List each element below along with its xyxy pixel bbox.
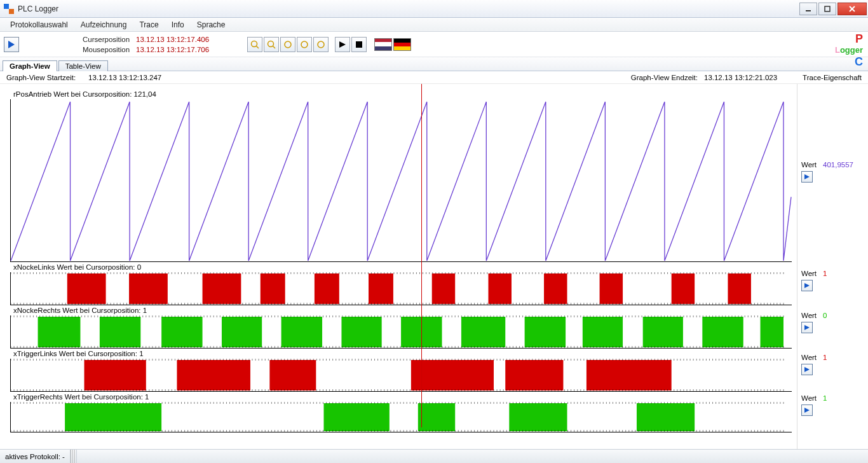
mouse-pos-label: Mouseposition	[83, 45, 136, 55]
plot-xTriggerRechts[interactable]: xTriggerRechts Wert bei Cursorposition: …	[10, 402, 792, 432]
view-tabs: Graph-View Table-View	[0, 57, 868, 71]
svg-rect-20	[432, 273, 455, 304]
flag-us-icon[interactable]	[374, 38, 392, 51]
plot-label-xNockeRechts: xNockeRechts Wert bei Cursorposition: 1	[13, 307, 147, 314]
svg-rect-1008	[587, 360, 672, 390]
flag-de-icon[interactable]	[393, 38, 411, 51]
side-play-button-xTriggerRechts[interactable]	[801, 404, 813, 416]
svg-rect-510	[161, 317, 202, 347]
zoom-out-button[interactable]	[264, 37, 279, 52]
svg-marker-1980	[804, 325, 810, 330]
status-grip	[71, 450, 77, 463]
side-wert-value-xTriggerRechts: 1	[823, 394, 827, 402]
svg-rect-19	[369, 273, 393, 304]
close-button[interactable]	[837, 3, 867, 15]
plot-xNockeLinks[interactable]: xNockeLinks Wert bei Cursorposition: 0	[10, 272, 792, 305]
menu-trace[interactable]: Trace	[133, 19, 165, 31]
tab-graph-view[interactable]: Graph-View	[3, 60, 57, 71]
run-button[interactable]	[4, 37, 19, 52]
svg-marker-1978	[804, 174, 810, 179]
svg-rect-1	[825, 6, 830, 11]
cursor-pos-value: 13.12.13 13:12:17.406	[136, 34, 209, 45]
side-slot-xTriggerLinks: Wert 1	[797, 343, 868, 385]
svg-rect-518	[643, 317, 683, 347]
svg-rect-1004	[177, 360, 250, 390]
menu-aufzeichnung[interactable]: Aufzeichnung	[74, 19, 133, 31]
svg-rect-512	[281, 317, 322, 347]
tab-table-view[interactable]: Table-View	[58, 60, 108, 71]
svg-rect-513	[341, 317, 381, 347]
svg-rect-1491	[65, 403, 161, 431]
zoom-in-button[interactable]	[247, 37, 262, 52]
menu-bar: Protokollauswahl Aufzeichnung Trace Info…	[0, 18, 868, 32]
svg-rect-514	[401, 317, 442, 347]
side-wert-label: Wert	[801, 270, 823, 277]
svg-rect-22	[544, 273, 567, 304]
plot-label-xNockeLinks: xNockeLinks Wert bei Cursorposition: 0	[13, 263, 141, 271]
side-wert-value-xTriggerLinks: 1	[823, 354, 827, 361]
toolbar: Curserposition13.12.13 13:12:17.406 Mous…	[0, 32, 868, 57]
svg-rect-15	[129, 273, 168, 304]
status-active-protocol: aktives Protokoll: -	[0, 450, 71, 463]
svg-point-11	[318, 41, 324, 48]
plot-xTriggerLinks[interactable]: xTriggerLinks Wert bei Cursorposition: 1	[10, 359, 792, 392]
minimize-button[interactable]	[799, 3, 817, 15]
start-time-label: Graph-View Startzeit:	[6, 74, 76, 81]
plot-xNockeRechts[interactable]: xNockeRechts Wert bei Cursorposition: 1	[10, 315, 792, 349]
end-time-label: Graph-View Endzeit:	[631, 74, 698, 81]
menu-protokollauswahl[interactable]: Protokollauswahl	[4, 19, 74, 31]
svg-rect-1492	[323, 403, 389, 431]
side-play-button-rPosAntrieb[interactable]	[801, 171, 813, 183]
svg-rect-17	[261, 273, 285, 304]
side-play-button-xTriggerLinks[interactable]	[801, 364, 813, 375]
svg-marker-1979	[804, 283, 810, 288]
svg-point-10	[301, 41, 308, 48]
svg-rect-509	[100, 317, 140, 347]
svg-rect-13	[356, 41, 362, 48]
graph-time-info: Graph-View Startzeit: 13.12.13 13:12:13.…	[0, 71, 868, 84]
app-icon	[4, 4, 14, 14]
svg-marker-1982	[804, 408, 810, 413]
svg-rect-1495	[637, 403, 695, 431]
end-time-value: 13.12.13 13:12:21.023	[704, 74, 777, 81]
stop-button[interactable]	[351, 37, 367, 52]
status-bar: aktives Protokoll: -	[0, 449, 868, 463]
svg-rect-508	[38, 317, 81, 347]
side-values-column: Wert 401,9557 Wert 1 Wert 0 Wert 1 Wert	[797, 84, 868, 449]
svg-rect-25	[728, 273, 750, 304]
language-flags	[373, 38, 411, 51]
side-wert-label: Wert	[801, 312, 823, 319]
svg-marker-4	[8, 41, 15, 48]
playback-tool-group	[335, 37, 368, 52]
side-play-button-xNockeRechts[interactable]	[801, 322, 813, 333]
plot-rPosAntrieb[interactable]: rPosAntrieb Wert bei Cursorposition: 121…	[10, 99, 792, 262]
position-readout: Curserposition13.12.13 13:12:17.406 Mous…	[83, 34, 209, 55]
plot-label-xTriggerRechts: xTriggerRechts Wert bei Cursorposition: …	[13, 393, 149, 401]
svg-rect-1003	[85, 360, 146, 390]
side-play-button-xNockeLinks[interactable]	[801, 280, 813, 291]
zoom-y-button[interactable]	[313, 37, 329, 52]
main-area: rPosAntrieb Wert bei Cursorposition: 121…	[0, 84, 868, 449]
side-slot-xNockeLinks: Wert 1	[797, 259, 868, 301]
plot-label-rPosAntrieb: rPosAntrieb Wert bei Cursorposition: 121…	[13, 90, 156, 98]
zoom-x-button[interactable]	[297, 37, 312, 52]
side-wert-value-rPosAntrieb: 401,9557	[823, 161, 853, 169]
window-titlebar: PLC Logger	[0, 0, 868, 18]
svg-rect-1006	[411, 360, 494, 390]
mouse-pos-value: 13.12.13 13:12:17.706	[136, 45, 209, 55]
maximize-button[interactable]	[818, 3, 836, 15]
side-wert-label: Wert	[801, 394, 823, 402]
svg-point-9	[285, 41, 291, 48]
svg-rect-1007	[505, 360, 563, 390]
side-wert-label: Wert	[801, 161, 823, 169]
svg-rect-1494	[509, 403, 567, 431]
svg-rect-520	[761, 317, 783, 347]
start-time-value: 13.12.13 13:12:13.247	[88, 74, 161, 81]
menu-sprache[interactable]: Sprache	[191, 19, 232, 31]
trace-properties-label: Trace-Eigenschaft	[803, 74, 862, 81]
play-button[interactable]	[335, 37, 350, 52]
zoom-fit-button[interactable]	[280, 37, 295, 52]
menu-info[interactable]: Info	[165, 19, 191, 31]
svg-rect-517	[583, 317, 623, 347]
side-slot-xNockeRechts: Wert 0	[797, 301, 868, 343]
